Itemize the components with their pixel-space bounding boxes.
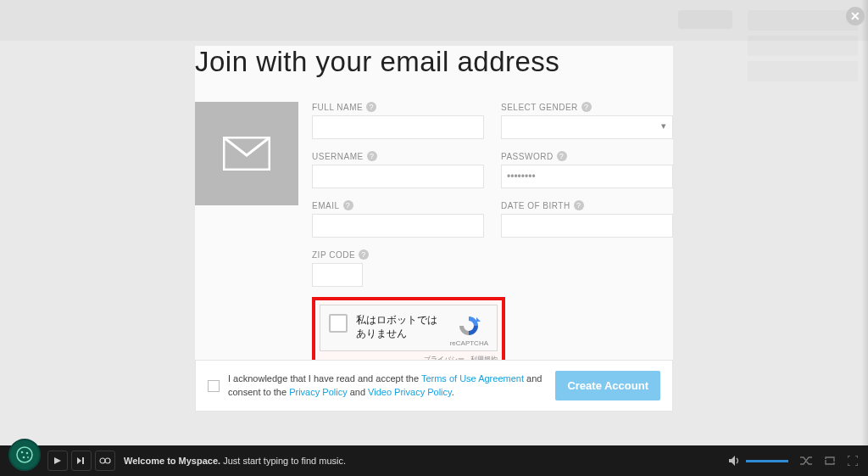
repeat-button[interactable]: [824, 456, 836, 466]
dob-input[interactable]: [501, 214, 673, 238]
label-fullname: FULL NAME: [312, 103, 363, 112]
field-fullname: FULL NAME?: [312, 102, 484, 139]
repeat-icon: [824, 456, 836, 466]
username-input[interactable]: [312, 165, 484, 188]
radio-button[interactable]: [95, 451, 115, 471]
svg-point-3: [21, 451, 24, 454]
envelope-icon: [223, 137, 270, 171]
help-icon[interactable]: ?: [367, 151, 377, 161]
play-button[interactable]: [47, 451, 68, 471]
privacy-link[interactable]: Privacy Policy: [289, 387, 347, 397]
recaptcha-checkbox[interactable]: [329, 314, 348, 333]
consent-bar: I acknowledge that I have read and accep…: [195, 360, 673, 412]
recaptcha-brand: reCAPTCHA: [450, 339, 488, 347]
label-gender: SELECT GENDER: [501, 103, 578, 112]
header-pill: [678, 10, 732, 29]
help-icon[interactable]: ?: [581, 102, 592, 112]
terms-link[interactable]: Terms of Use Agreement: [421, 373, 524, 384]
recaptcha-icon: [456, 314, 481, 338]
svg-point-11: [105, 458, 110, 463]
label-email: EMAIL: [312, 201, 340, 210]
svg-point-6: [27, 456, 29, 458]
consent-text: I acknowledge that I have read and accep…: [228, 372, 555, 399]
svg-marker-7: [54, 457, 61, 464]
email-input[interactable]: [312, 214, 484, 238]
next-icon: [77, 457, 86, 464]
video-privacy-link[interactable]: Video Privacy Policy: [368, 387, 452, 397]
volume-control[interactable]: [729, 456, 788, 466]
field-dob: DATE OF BIRTH?: [501, 200, 673, 238]
fullname-input[interactable]: [312, 115, 484, 139]
field-username: USERNAME?: [312, 151, 484, 188]
help-icon[interactable]: ?: [557, 151, 567, 161]
zip-input[interactable]: [312, 263, 363, 287]
next-button[interactable]: [71, 451, 92, 471]
password-input[interactable]: [501, 165, 673, 188]
shuffle-button[interactable]: [800, 456, 812, 466]
recaptcha-badge: reCAPTCHA: [450, 314, 488, 347]
close-button[interactable]: ✕: [846, 7, 865, 25]
help-icon[interactable]: ?: [574, 200, 584, 210]
sidebar-hint: [17, 93, 85, 104]
label-username: USERNAME: [312, 152, 364, 161]
play-icon: [54, 457, 61, 464]
avatar-placeholder[interactable]: [195, 102, 298, 205]
svg-point-4: [26, 452, 29, 455]
gender-select[interactable]: [501, 115, 673, 139]
create-account-button[interactable]: Create Account: [555, 371, 660, 400]
shuffle-icon: [800, 456, 812, 466]
player-message: Welcome to Myspace. Just start typing to…: [124, 456, 346, 466]
label-dob: DATE OF BIRTH: [501, 201, 570, 210]
header-placeholder-boxes: [748, 10, 858, 87]
svg-point-2: [17, 447, 32, 462]
recaptcha-widget: 私はロボットではありません reCAPTCHA: [320, 305, 498, 351]
recaptcha-label: 私はロボットではありません: [356, 314, 443, 340]
right-shadow: [861, 0, 868, 476]
svg-marker-8: [77, 457, 81, 464]
help-icon[interactable]: ?: [366, 102, 376, 112]
field-email: EMAIL?: [312, 200, 484, 238]
volume-slider[interactable]: [746, 460, 788, 462]
cookie-icon: [15, 445, 34, 464]
help-icon[interactable]: ?: [359, 249, 369, 260]
label-password: PASSWORD: [501, 152, 554, 161]
svg-marker-1: [476, 317, 481, 322]
svg-marker-12: [729, 456, 735, 466]
radio-icon: [99, 456, 111, 465]
fullscreen-button[interactable]: [848, 456, 858, 466]
volume-icon: [729, 456, 741, 466]
field-zip: ZIP CODE?: [312, 249, 484, 287]
label-zip: ZIP CODE: [312, 250, 355, 260]
svg-point-10: [100, 458, 105, 463]
player-bar: Welcome to Myspace. Just start typing to…: [0, 445, 868, 476]
header-stripe: [0, 0, 868, 41]
svg-rect-9: [82, 457, 84, 464]
cookie-settings-badge[interactable]: [8, 439, 41, 471]
field-gender: SELECT GENDER?: [501, 102, 673, 139]
consent-checkbox[interactable]: [208, 380, 220, 392]
help-icon[interactable]: ?: [343, 200, 353, 210]
svg-point-5: [23, 456, 25, 459]
page-title: Join with your email address: [195, 46, 673, 78]
fullscreen-icon: [848, 456, 858, 466]
signup-form: Join with your email address FULL NAME? …: [195, 46, 673, 372]
field-password: PASSWORD?: [501, 151, 673, 188]
close-icon: ✕: [850, 9, 860, 23]
